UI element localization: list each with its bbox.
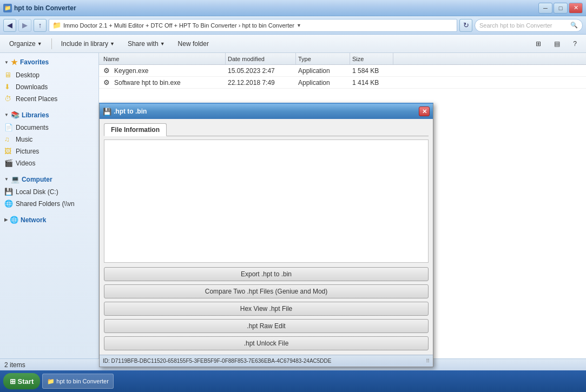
dialog-window: 💾 .hpt to .bin ✕ File Information Export… (99, 103, 433, 367)
network-collapse-icon: ▶ (4, 217, 8, 222)
sidebar-item-shared-folders[interactable]: 🌐 Shared Folders (\\vn (0, 198, 98, 210)
downloads-label: Downloads (16, 83, 48, 91)
music-label: Music (16, 136, 32, 143)
file-date-keygen: 15.05.2023 2:47 (226, 67, 296, 75)
libraries-icon: 📚 (11, 111, 19, 119)
desktop-label: Desktop (16, 71, 39, 79)
include-in-library-button[interactable]: Include in library ▼ (55, 37, 121, 51)
sidebar-item-desktop[interactable]: 🖥 Desktop (0, 69, 98, 81)
network-icon: 🌐 (10, 216, 18, 224)
minimize-button[interactable]: ─ (538, 3, 552, 14)
col-header-date[interactable]: Date modified (226, 53, 296, 64)
music-icon: ♫ (4, 135, 13, 144)
videos-label: Videos (16, 160, 35, 167)
dialog-status-handle: ⠿ (426, 358, 430, 364)
sidebar-item-recent-places[interactable]: ⏱ Recent Places (0, 93, 98, 105)
software-icon: ⚙ (103, 78, 112, 87)
dialog-id-text: ID: D7119BFB-DBC11520-658155F5-3FEB5F9F-… (103, 358, 331, 364)
sidebar-item-downloads[interactable]: ⬇ Downloads (0, 81, 98, 93)
col-header-type[interactable]: Type (296, 53, 350, 64)
col-header-name[interactable]: Name (101, 53, 226, 64)
details-pane-button[interactable]: ▤ (548, 37, 566, 51)
documents-label: Documents (16, 124, 49, 131)
file-type-software: Application (296, 79, 350, 87)
pictures-icon: 🖼 (4, 147, 13, 156)
table-row[interactable]: ⚙ Keygen.exe 15.05.2023 2:47 Application… (99, 65, 586, 77)
new-folder-button[interactable]: New folder (172, 37, 215, 51)
downloads-icon: ⬇ (4, 83, 13, 91)
sidebar-item-documents[interactable]: 📄 Documents (0, 122, 98, 134)
dialog-close-button[interactable]: ✕ (419, 107, 430, 116)
sidebar-group-libraries[interactable]: ▼ 📚 Libraries (0, 108, 98, 122)
raw-edit-button[interactable]: .hpt Raw Edit (104, 319, 429, 333)
export-button[interactable]: Export .hpt to .bin (104, 267, 429, 281)
dialog-body: File Information Export .hpt to .bin Com… (100, 119, 433, 355)
organize-button[interactable]: Organize ▼ (3, 37, 48, 51)
desktop-icon: 🖥 (4, 71, 13, 79)
taskbar-explorer-item[interactable]: 📁 hpt to bin Converter (42, 374, 114, 389)
compare-button[interactable]: Compare Two .hpt Files (Geniue and Mod) (104, 284, 429, 298)
address-path[interactable]: 📁 Immo Doctor 2.1 + Multi Editor + DTC O… (49, 19, 457, 32)
dialog-content-area (104, 139, 429, 263)
up-button[interactable]: ↑ (34, 19, 47, 32)
start-button[interactable]: ⊞ Start (3, 373, 40, 389)
tab-file-information[interactable]: File Information (104, 123, 167, 136)
hex-view-button[interactable]: Hex View .hpt File (104, 302, 429, 316)
dialog-title-bar: 💾 .hpt to .bin ✕ (100, 104, 433, 119)
file-type-keygen: Application (296, 67, 350, 75)
file-name-keygen: ⚙ Keygen.exe (101, 67, 226, 75)
help-button[interactable]: ? (567, 37, 583, 51)
local-disk-icon: 💾 (4, 188, 13, 196)
view-options-button[interactable]: ⊞ (530, 37, 547, 51)
dialog-tab-bar: File Information (104, 123, 429, 136)
sidebar: ▼ ★ Favorites 🖥 Desktop ⬇ Downloads ⏱ Re… (0, 53, 99, 358)
libraries-label: Libraries (22, 111, 49, 119)
dialog-status-bar: ID: D7119BFB-DBC11520-658155F5-3FEB5F9F-… (100, 355, 433, 367)
column-headers: Name Date modified Type Size (99, 53, 586, 65)
sidebar-item-local-disk[interactable]: 💾 Local Disk (C:) (0, 186, 98, 198)
sidebar-item-music[interactable]: ♫ Music (0, 134, 98, 145)
shared-folders-icon: 🌐 (4, 200, 13, 208)
sidebar-group-computer[interactable]: ▼ 💻 Computer (0, 172, 98, 186)
sidebar-group-favorites[interactable]: ▼ ★ Favorites (0, 55, 98, 69)
file-size-software: 1 414 KB (350, 79, 393, 87)
share-with-button[interactable]: Share with ▼ (122, 37, 171, 51)
search-placeholder: Search hpt to bin Converter (479, 22, 552, 29)
window-title: hpt to bin Converter (14, 4, 538, 12)
dialog-title: .hpt to .bin (114, 108, 417, 115)
title-bar: 📁 hpt to bin Converter ─ □ ✕ (0, 0, 586, 16)
item-count: 2 items (4, 361, 25, 369)
toolbar: Organize ▼ Include in library ▼ Share wi… (0, 35, 586, 53)
window-controls: ─ □ ✕ (538, 3, 583, 14)
toolbar-separator-1 (51, 38, 52, 49)
search-icon: 🔍 (570, 22, 578, 29)
documents-icon: 📄 (4, 123, 13, 132)
search-box[interactable]: Search hpt to bin Converter 🔍 (475, 19, 583, 32)
forward-button[interactable]: ▶ (18, 19, 31, 32)
dialog-icon: 💾 (103, 108, 111, 116)
refresh-button[interactable]: ↻ (459, 19, 472, 32)
sidebar-item-pictures[interactable]: 🖼 Pictures (0, 145, 98, 157)
sidebar-group-network[interactable]: ▶ 🌐 Network (0, 213, 98, 227)
keygen-icon: ⚙ (103, 67, 112, 75)
pictures-label: Pictures (16, 148, 39, 155)
sidebar-item-videos[interactable]: 🎬 Videos (0, 157, 98, 169)
window-icon: 📁 (3, 4, 12, 12)
computer-icon: 💻 (11, 175, 19, 183)
close-button[interactable]: ✕ (569, 3, 583, 14)
maximize-button[interactable]: □ (554, 3, 568, 14)
favorites-icon: ★ (11, 58, 18, 67)
path-text: Immo Doctor 2.1 + Multi Editor + DTC Off… (63, 22, 294, 29)
shared-folders-label: Shared Folders (\\vn (16, 200, 75, 208)
back-button[interactable]: ◀ (3, 19, 16, 32)
taskbar-item-label: 📁 hpt to bin Converter (47, 378, 109, 385)
unlock-button[interactable]: .hpt Unlock File (104, 336, 429, 350)
taskbar: ⊞ Start 📁 hpt to bin Converter (0, 370, 586, 392)
path-dropdown-icon[interactable]: ▼ (297, 23, 301, 28)
table-row[interactable]: ⚙ Software hpt to bin.exe 22.12.2018 7:4… (99, 77, 586, 89)
address-bar: ◀ ▶ ↑ 📁 Immo Doctor 2.1 + Multi Editor +… (0, 16, 586, 35)
recent-places-icon: ⏱ (4, 95, 13, 103)
share-dropdown-icon: ▼ (160, 41, 165, 46)
file-date-software: 22.12.2018 7:49 (226, 79, 296, 87)
col-header-size[interactable]: Size (350, 53, 393, 64)
